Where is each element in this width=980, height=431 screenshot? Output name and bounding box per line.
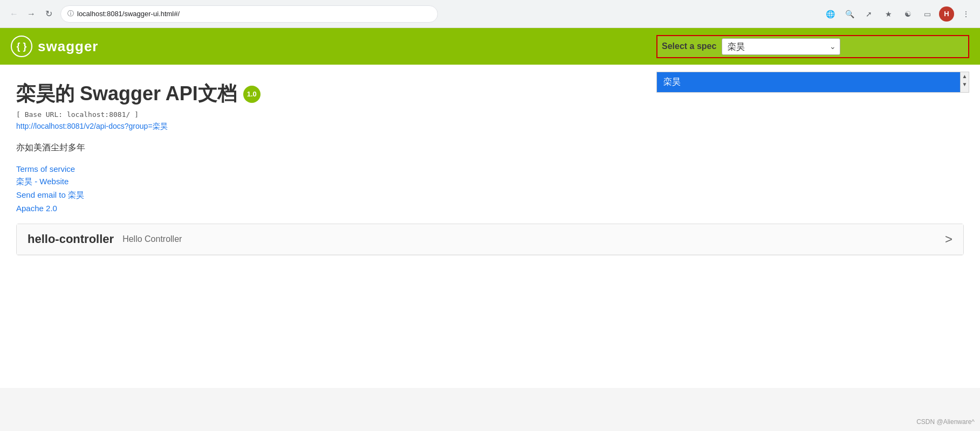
reload-button[interactable]: ↻ [41,6,56,22]
info-links: Terms of service 栾昊 - Website Send email… [16,164,964,213]
lock-icon: ⓘ [67,9,74,18]
api-description: 亦如美酒尘封多年 [16,142,964,154]
extensions-button[interactable]: ☯ [900,6,915,22]
forward-button[interactable]: → [24,6,39,22]
nav-buttons: ← → ↻ [6,6,56,22]
api-title: 栾昊的 Swagger API文档 [16,81,237,107]
swagger-header: { } swagger Select a spec 栾昊 ⌄ 栾昊 ▲ ▼ [0,28,980,65]
browser-actions: 🌐 🔍 ➚ ★ ☯ ▭ H ⋮ [823,6,974,22]
email-link[interactable]: Send email to 栾昊 [16,190,964,200]
address-bar[interactable]: ⓘ localhost:8081/swagger-ui.html#/ [60,5,438,23]
header-right: Select a spec 栾昊 ⌄ 栾昊 ▲ ▼ [656,35,969,58]
swagger-title: swagger [38,38,99,55]
spec-select-wrapper: 栾昊 ⌄ [722,38,840,55]
spec-border-box: Select a spec 栾昊 ⌄ [656,35,969,58]
zoom-button[interactable]: 🔍 [842,6,857,22]
browser-chrome: ← → ↻ ⓘ localhost:8081/swagger-ui.html#/… [0,0,980,28]
controller-name: hello-controller [28,232,114,246]
version-badge: 1.0 [243,86,261,103]
url-text: localhost:8081/swagger-ui.html#/ [77,10,180,18]
back-button[interactable]: ← [6,6,22,22]
swagger-logo: { } swagger [11,36,99,57]
dropdown-item-1[interactable]: 栾昊 [657,72,969,92]
controller-section: hello-controller Hello Controller > [16,224,964,255]
user-avatar[interactable]: H [939,6,954,22]
sidebar-button[interactable]: ▭ [920,6,935,22]
dropdown-scrollbar: ▲ ▼ [960,72,969,92]
base-url: [ Base URL: localhost:8081/ ] [16,110,964,119]
license-link[interactable]: Apache 2.0 [16,204,964,213]
controller-header[interactable]: hello-controller Hello Controller > [17,224,963,255]
scroll-up-icon[interactable]: ▲ [961,72,969,80]
menu-button[interactable]: ⋮ [958,6,974,22]
spec-dropdown: 栾昊 ▲ ▼ [656,72,969,93]
expand-icon[interactable]: > [945,232,952,247]
bookmark-button[interactable]: ★ [881,6,896,22]
terms-of-service-link[interactable]: Terms of service [16,164,964,173]
main-content: 栾昊的 Swagger API文档 1.0 [ Base URL: localh… [0,65,980,388]
watermark: CSDN @Alienware^ [916,418,975,426]
controller-description: Hello Controller [122,234,182,244]
swagger-icon: { } [11,36,32,57]
swagger-icon-symbol: { } [16,41,26,52]
api-docs-link[interactable]: http://localhost:8081/v2/api-docs?group=… [16,122,964,131]
spec-select[interactable]: 栾昊 [722,38,840,55]
website-link[interactable]: 栾昊 - Website [16,177,964,187]
share-button[interactable]: ➚ [861,6,876,22]
scroll-down-icon[interactable]: ▼ [961,80,969,88]
translate-button[interactable]: 🌐 [823,6,838,22]
spec-label: Select a spec [662,41,716,51]
